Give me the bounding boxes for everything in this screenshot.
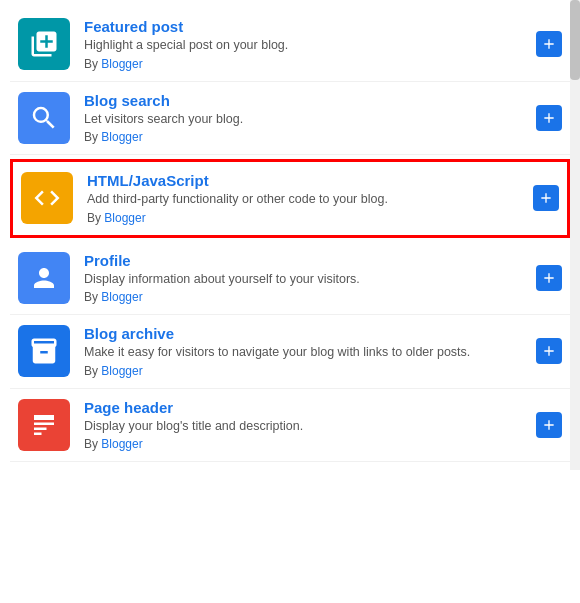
blogger-link-blog-archive[interactable]: Blogger xyxy=(101,364,142,378)
widget-by-profile: By Blogger xyxy=(84,290,526,304)
widget-content-profile: ProfileDisplay information about yoursel… xyxy=(84,252,526,305)
widget-by-html-javascript: By Blogger xyxy=(87,211,523,225)
page-header-icon xyxy=(18,399,70,451)
widget-desc-profile: Display information about yourself to yo… xyxy=(84,271,526,289)
featured-post-icon xyxy=(18,18,70,70)
widget-title-featured-post: Featured post xyxy=(84,18,526,35)
add-button-page-header[interactable] xyxy=(536,412,562,438)
blogger-link-blog-search[interactable]: Blogger xyxy=(101,130,142,144)
blogger-link-profile[interactable]: Blogger xyxy=(101,290,142,304)
widget-content-blog-archive: Blog archiveMake it easy for visitors to… xyxy=(84,325,526,378)
widget-desc-blog-search: Let visitors search your blog. xyxy=(84,111,526,129)
widget-by-page-header: By Blogger xyxy=(84,437,526,451)
widget-content-featured-post: Featured postHighlight a special post on… xyxy=(84,18,526,71)
widget-item-html-javascript: HTML/JavaScriptAdd third-party functiona… xyxy=(10,159,570,238)
widget-title-blog-search: Blog search xyxy=(84,92,526,109)
widget-item-page-header: Page headerDisplay your blog's title and… xyxy=(10,389,570,463)
widget-by-blog-archive: By Blogger xyxy=(84,364,526,378)
widget-desc-blog-archive: Make it easy for visitors to navigate yo… xyxy=(84,344,526,362)
widget-title-page-header: Page header xyxy=(84,399,526,416)
widget-content-blog-search: Blog searchLet visitors search your blog… xyxy=(84,92,526,145)
add-button-blog-archive[interactable] xyxy=(536,338,562,364)
blogger-link-page-header[interactable]: Blogger xyxy=(101,437,142,451)
widget-desc-page-header: Display your blog's title and descriptio… xyxy=(84,418,526,436)
profile-icon xyxy=(18,252,70,304)
widget-content-html-javascript: HTML/JavaScriptAdd third-party functiona… xyxy=(87,172,523,225)
blogger-link-html-javascript[interactable]: Blogger xyxy=(104,211,145,225)
widget-title-html-javascript: HTML/JavaScript xyxy=(87,172,523,189)
widget-item-blog-archive: Blog archiveMake it easy for visitors to… xyxy=(10,315,570,389)
code-icon xyxy=(21,172,73,224)
search-icon xyxy=(18,92,70,144)
add-button-blog-search[interactable] xyxy=(536,105,562,131)
add-button-profile[interactable] xyxy=(536,265,562,291)
widget-content-page-header: Page headerDisplay your blog's title and… xyxy=(84,399,526,452)
widget-title-blog-archive: Blog archive xyxy=(84,325,526,342)
add-button-html-javascript[interactable] xyxy=(533,185,559,211)
widget-item-featured-post: Featured postHighlight a special post on… xyxy=(10,8,570,82)
widget-list: Featured postHighlight a special post on… xyxy=(10,0,570,470)
archive-icon xyxy=(18,325,70,377)
widget-by-featured-post: By Blogger xyxy=(84,57,526,71)
widget-item-profile: ProfileDisplay information about yoursel… xyxy=(10,242,570,316)
widget-item-blog-search: Blog searchLet visitors search your blog… xyxy=(10,82,570,156)
blogger-link-featured-post[interactable]: Blogger xyxy=(101,57,142,71)
widget-list-wrapper: Featured postHighlight a special post on… xyxy=(0,0,580,470)
widget-desc-html-javascript: Add third-party functionality or other c… xyxy=(87,191,523,209)
widget-title-profile: Profile xyxy=(84,252,526,269)
scrollbar-track[interactable] xyxy=(570,0,580,470)
add-button-featured-post[interactable] xyxy=(536,31,562,57)
widget-by-blog-search: By Blogger xyxy=(84,130,526,144)
widget-desc-featured-post: Highlight a special post on your blog. xyxy=(84,37,526,55)
scrollbar-thumb[interactable] xyxy=(570,0,580,80)
